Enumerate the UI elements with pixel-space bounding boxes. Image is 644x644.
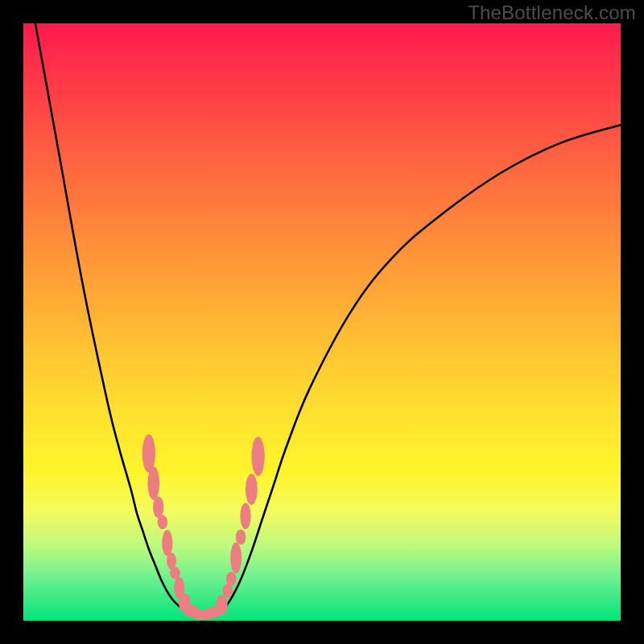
data-markers — [142, 435, 265, 621]
watermark-text: TheBottleneck.com — [468, 2, 636, 24]
marker — [230, 543, 242, 574]
marker — [158, 515, 168, 530]
marker — [216, 595, 228, 615]
chart-frame: TheBottleneck.com — [0, 0, 644, 644]
marker — [226, 572, 237, 586]
marker — [162, 530, 172, 556]
marker — [236, 529, 246, 544]
marker — [240, 503, 250, 530]
plot-area — [23, 23, 621, 621]
marker — [167, 552, 176, 569]
bottleneck-curve — [35, 23, 621, 615]
marker — [246, 473, 258, 505]
marker — [153, 497, 163, 518]
chart-svg — [23, 23, 621, 621]
marker — [251, 436, 264, 476]
marker — [170, 567, 180, 579]
marker — [147, 467, 159, 501]
